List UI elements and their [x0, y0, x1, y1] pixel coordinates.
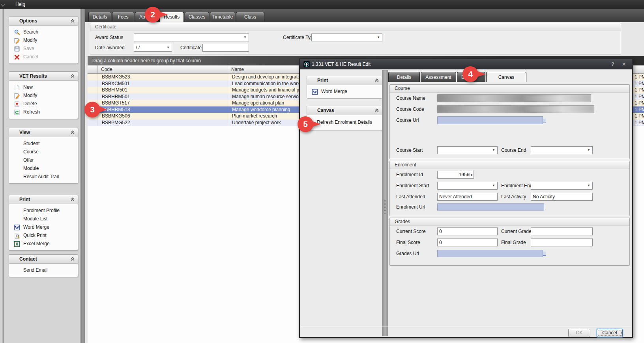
grid-header-indicator	[88, 65, 98, 73]
link-fragment[interactable]	[543, 252, 546, 256]
final-grade-label: Final Grade	[501, 239, 526, 246]
collapse-icon[interactable]	[375, 108, 379, 112]
current-grade-label: Current Grade	[501, 227, 532, 235]
step-badge-2: 2	[144, 6, 169, 24]
last-attended-label: Last Attended	[396, 193, 425, 201]
sidebar-splitter[interactable]	[80, 9, 85, 343]
dialog-item-word-merge[interactable]: Word Merge	[307, 88, 382, 96]
sidebar-item-word-merge[interactable]: Word Merge	[9, 223, 78, 231]
final-score-input[interactable]: 0	[437, 239, 498, 246]
enrolment-url-label: Enrolment Url	[396, 203, 425, 211]
sidebar-item-cancel[interactable]: Cancel	[9, 53, 78, 61]
grid-header-code[interactable]: Code	[98, 65, 228, 73]
course-groupbox: Course Course Name Course Code Course Ur…	[389, 84, 630, 159]
sidebar-item-search[interactable]: Search	[9, 28, 78, 36]
new-icon	[14, 84, 20, 91]
panel-print-header[interactable]: Print	[9, 195, 78, 204]
sidebar-item-modify[interactable]: Modify	[9, 36, 78, 45]
word-icon	[14, 224, 20, 231]
tab-details[interactable]: Details	[88, 12, 111, 22]
save-icon	[14, 46, 20, 52]
enrolment-url-input[interactable]	[437, 203, 544, 211]
dialog-panel-print-header[interactable]: Print	[307, 76, 382, 85]
dialog-close-button[interactable]: ✕	[620, 61, 627, 67]
panel-contact: Contact Send Email	[9, 254, 78, 277]
tab-fees[interactable]: Fees	[112, 12, 134, 22]
menu-help[interactable]: Help	[13, 1, 28, 7]
course-name-input[interactable]	[437, 94, 591, 102]
sidebar-item-result-audit-trail[interactable]: Result Audit Trail	[9, 173, 78, 181]
svg-text:4: 4	[468, 69, 473, 78]
ok-button[interactable]: OK	[568, 329, 590, 337]
svg-text:2: 2	[150, 10, 155, 19]
course-end-label: Course End	[501, 146, 526, 154]
course-code-input[interactable]	[437, 105, 594, 113]
step-badge-5: 5	[297, 115, 322, 133]
grades-url-input[interactable]	[437, 250, 543, 257]
award-status-select[interactable]: ▼	[134, 34, 249, 41]
grid-header-time[interactable]	[633, 65, 644, 73]
sidebar-item-excel-merge[interactable]: Excel Merge	[9, 240, 78, 248]
last-attended-input[interactable]: Never Attended	[437, 193, 498, 201]
collapse-icon[interactable]	[71, 257, 75, 261]
dropdown-arrow-icon: ▼	[586, 182, 592, 189]
modify-icon	[14, 37, 20, 44]
enrolment-end-select[interactable]: ▼	[531, 182, 593, 190]
dropdown-arrow-icon: ▼	[376, 34, 381, 41]
course-start-select[interactable]: ▼	[437, 146, 498, 154]
sidebar-item-course[interactable]: Course	[9, 148, 78, 156]
dialog-splitter[interactable]	[382, 70, 388, 336]
sidebar-item-save[interactable]: Save	[9, 45, 78, 53]
sidebar-item-enrolment-profile[interactable]: Enrolment Profile	[9, 207, 78, 215]
collapse-icon[interactable]	[71, 74, 75, 78]
course-url-label: Course Url	[396, 116, 419, 124]
panel-view-header[interactable]: View	[9, 128, 78, 137]
dialog-tab-details[interactable]: Details	[388, 72, 420, 82]
tab-timetable[interactable]: Timetable	[210, 12, 235, 22]
enrolment-start-select[interactable]: ▼	[437, 182, 498, 190]
sidebar-item-modify-result[interactable]: Modify	[9, 91, 78, 100]
sidebar-item-module-list[interactable]: Module List	[9, 215, 78, 223]
collapse-icon[interactable]	[71, 19, 75, 23]
sidebar-item-module[interactable]: Module	[9, 164, 78, 173]
panel-print: Print Enrolment Profile Module List Word…	[9, 195, 78, 251]
panel-contact-header[interactable]: Contact	[9, 255, 78, 264]
dialog-title: 1.331 VET & HE Result Edit	[312, 59, 371, 69]
cancel-button[interactable]: Cancel	[597, 329, 623, 337]
course-url-input[interactable]	[437, 116, 543, 124]
sidebar-item-quick-print[interactable]: Quick Print	[9, 231, 78, 240]
course-end-select[interactable]: ▼	[531, 146, 593, 154]
final-grade-input[interactable]	[531, 239, 593, 246]
certificate-no-input[interactable]	[202, 44, 249, 52]
modify-icon	[14, 93, 20, 99]
date-awarded-select[interactable]: / /▼	[134, 44, 172, 52]
panel-options: Options Search Modify Save Cancel	[9, 16, 78, 64]
last-activity-input[interactable]: No Acticity	[531, 193, 593, 201]
tab-class-details[interactable]: Class Details	[236, 12, 264, 22]
sidebar-item-send-email[interactable]: Send Email	[9, 266, 78, 274]
current-score-input[interactable]: 0	[437, 227, 498, 235]
sidebar-item-offer[interactable]: Offer	[9, 156, 78, 164]
dialog-tab-canvas[interactable]: Canvas	[486, 72, 526, 82]
sidebar-item-refresh[interactable]: Refresh	[9, 108, 78, 116]
sidebar-item-new[interactable]: New	[9, 83, 78, 91]
sidebar-item-delete[interactable]: Delete	[9, 100, 78, 108]
panel-vet-results-header[interactable]: VET Results	[9, 72, 78, 81]
collapse-icon[interactable]	[71, 130, 75, 134]
sidebar-item-student[interactable]: Student	[9, 140, 78, 148]
word-icon	[312, 89, 318, 95]
collapse-icon[interactable]	[375, 78, 379, 82]
tab-classes[interactable]: Classes	[185, 12, 209, 22]
dialog-tab-assessment[interactable]: Assessment	[421, 72, 456, 82]
menu-bar: Help	[0, 0, 644, 9]
enrolment-id-input[interactable]: 19565	[437, 171, 474, 179]
current-grade-input[interactable]	[531, 227, 593, 235]
dialog-help-button[interactable]: ?	[609, 61, 616, 67]
dialog-panel-canvas-header[interactable]: Canvas	[307, 106, 382, 115]
certificate-type-select[interactable]: ▼	[311, 34, 382, 41]
date-awarded-label: Date awarded	[95, 44, 125, 52]
collapse-icon[interactable]	[71, 198, 75, 201]
panel-options-header[interactable]: Options	[9, 17, 78, 26]
link-fragment[interactable]	[543, 119, 546, 123]
grades-groupbox: Grades Current Score 0 Current Grade Fin…	[389, 218, 630, 266]
